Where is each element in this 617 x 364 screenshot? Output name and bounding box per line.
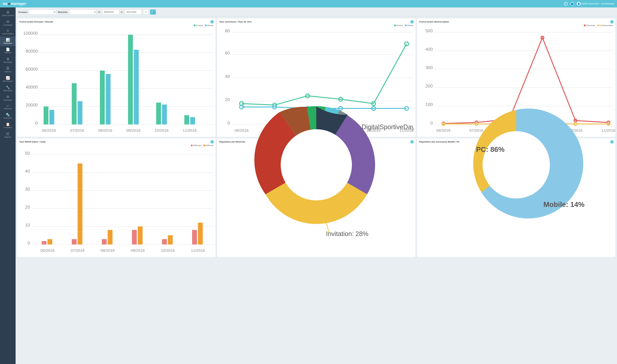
svg-text:09/2016: 09/2016 xyxy=(131,248,145,253)
charts-grid: Cumul emails Envoyés / Aboutis + Envoyés… xyxy=(16,17,617,259)
responsive-editor-icon: ☰ xyxy=(7,29,9,32)
legend-label-npai-hard: NPAI hard xyxy=(193,144,201,146)
bar-npaihard-5 xyxy=(192,230,197,245)
chart-plus-btn-1[interactable]: + xyxy=(210,20,214,24)
svg-text:0: 0 xyxy=(35,120,38,125)
bar-envoyes-1 xyxy=(72,83,77,124)
bar-aboutis-0 xyxy=(50,110,54,124)
parametres-icon: 🔩 xyxy=(6,113,10,117)
sidebar-item-magento[interactable]: 🛒 Magento xyxy=(0,130,16,140)
bar-npaisoft-2 xyxy=(107,230,112,245)
chart-legend-4: NPAI hard NPAI soft xyxy=(19,144,214,146)
help-icon[interactable]: ? xyxy=(564,2,568,6)
du-label: du xyxy=(98,11,100,13)
svg-text:07/2016: 07/2016 xyxy=(70,248,84,253)
sidebar-item-delivrabilite[interactable]: 🖥 Délivrabilité xyxy=(0,55,16,65)
svg-text:400: 400 xyxy=(425,47,433,52)
legend-envoyes: Envoyés xyxy=(194,24,203,26)
logo-text: wewmanager xyxy=(3,1,26,6)
sidebar-label-parametres: Paramètres xyxy=(3,117,12,119)
bar-envoyes-4 xyxy=(156,103,161,124)
bar-npaisoft-0 xyxy=(47,239,52,245)
svg-text:20: 20 xyxy=(25,205,30,209)
bar-aboutis-3 xyxy=(134,50,139,124)
chart-plus-btn-2[interactable]: + xyxy=(410,20,414,24)
legend-label-npai-soft: NPAI soft xyxy=(206,144,214,146)
svg-text:08/2016: 08/2016 xyxy=(101,248,115,253)
top-header: wewmanager ? 👥 👤 MARIE Gwendoline - Emai… xyxy=(0,0,617,7)
user-name: MARIE Gwendoline - EmailStrategie xyxy=(582,2,614,5)
svg-text:100000: 100000 xyxy=(23,31,38,36)
sidebar-label-magento: Magento xyxy=(5,136,11,138)
svg-text:09/2016: 09/2016 xyxy=(126,128,140,132)
date-to-input[interactable] xyxy=(125,10,142,14)
sidebar-item-tableau-de-bord[interactable]: ⊞ Tableau de Bord xyxy=(0,9,16,18)
svg-text:06/2016: 06/2016 xyxy=(42,128,56,132)
main-layout: ⊞ Tableau de Bord ✉ Campagnes ☰ responsi… xyxy=(0,7,617,364)
sidebar-item-facturation[interactable]: 📋 Facturation xyxy=(0,121,16,130)
legend-label-desinscrits: Désinscrits xyxy=(586,24,595,26)
sidebar-label-datamart: Datamart xyxy=(4,71,11,73)
donut-mobile-pc-container: PC: 86% Mobile: 14% xyxy=(419,144,613,185)
datamart-icon: 🗄 xyxy=(6,67,10,70)
chart-title-1: Cumul emails Envoyés / Aboutis xyxy=(19,21,214,23)
legend-ouverts: Ouverts xyxy=(394,24,403,26)
groupes-select[interactable] xyxy=(29,10,56,14)
label-invitation: Invitation: 28% xyxy=(326,230,368,237)
content-area: Groupes MotsClés du au ✕ 🔍 Cumul emails … xyxy=(16,7,617,364)
sidebar-label-responsive-editor: responsivEditor xyxy=(2,33,14,35)
chart-plus-btn-3[interactable]: + xyxy=(610,20,614,24)
sidebar: ⊞ Tableau de Bord ✉ Campagnes ☰ responsi… xyxy=(0,7,16,364)
motscles-select[interactable] xyxy=(69,10,96,14)
chart-title-4: Taux NPAIS (Hard + Soft) xyxy=(19,141,214,143)
facturation-icon: 📋 xyxy=(6,123,10,126)
bar-npaihard-3 xyxy=(132,230,137,245)
donut-mobile-pc-svg: PC: 86% Mobile: 14% xyxy=(419,81,613,249)
svg-text:30: 30 xyxy=(25,187,30,192)
legend-npai-hard: NPAI hard xyxy=(191,144,201,146)
legend-dot-npai-soft xyxy=(203,144,205,146)
statistiques-icon: 📊 xyxy=(6,38,10,42)
donut-hole xyxy=(281,129,352,200)
bar-npaisoft-5 xyxy=(198,223,203,245)
legend-label-pct-desinscription: % Désinscription xyxy=(599,24,613,26)
sidebar-item-campagnes[interactable]: ✉ Campagnes xyxy=(0,18,16,28)
donut-motscles-svg: DigitalSportiveDay: 28% Invitation: 28% xyxy=(219,81,413,249)
sidebar-item-automation[interactable]: ⚙ Automation xyxy=(0,93,16,103)
svg-text:40: 40 xyxy=(25,169,30,173)
bar-npaisoft-4 xyxy=(168,235,173,245)
chart-card-5: Répartition par MotsClés + xyxy=(217,139,416,257)
bar-aboutis-2 xyxy=(106,74,111,124)
sidebar-item-data-mining[interactable]: 🔧 Data Mining xyxy=(0,84,16,93)
svg-text:40000: 40000 xyxy=(26,85,38,89)
chart-legend-3: Désinscrits % Désinscription xyxy=(419,24,613,26)
sidebar-item-parametres[interactable]: 🔩 Paramètres xyxy=(0,111,16,121)
legend-dot-cliques xyxy=(405,25,407,26)
tableau-de-bord-icon: ⊞ xyxy=(6,11,9,14)
chart-legend-2: Ouverts Cliqués xyxy=(219,24,413,26)
bar-npaihard-2 xyxy=(102,239,107,245)
legend-pct-desinscription: % Désinscription xyxy=(597,24,613,26)
search-button[interactable]: 🔍 xyxy=(150,10,156,14)
logo: wewmanager xyxy=(3,1,26,6)
svg-text:0: 0 xyxy=(28,241,30,245)
bar-npaihard-4 xyxy=(162,239,167,245)
sidebar-item-edocmail[interactable]: 📄 Edocmail xyxy=(0,46,16,55)
legend-label-ouverts: Ouverts xyxy=(396,24,403,26)
chart-card-4: Taux NPAIS (Hard + Soft) + NPAI hard NPA… xyxy=(17,139,215,257)
bar-npaihard-0 xyxy=(42,241,47,245)
sidebar-item-integration[interactable]: </> Intégration xyxy=(0,103,16,111)
chart-plus-btn-4[interactable]: + xyxy=(210,140,214,143)
campagnes-icon: ✉ xyxy=(6,20,9,23)
clear-button[interactable]: ✕ xyxy=(143,10,148,14)
bar-chart-1-svg: 0 20000 40000 60000 80000 100000 xyxy=(19,27,214,134)
date-from-input[interactable] xyxy=(102,10,119,14)
sidebar-item-responsive-editor[interactable]: ☰ responsivEditor xyxy=(0,28,16,37)
users-icon[interactable]: 👥 xyxy=(570,2,574,6)
sidebar-item-statistiques[interactable]: 📊 Statistiques xyxy=(0,37,16,46)
sidebar-label-facturation: Facturation xyxy=(3,127,12,129)
edocmail-icon: 📄 xyxy=(6,48,10,51)
sidebar-item-data-analyse[interactable]: 📈 Data Analyse xyxy=(0,75,16,84)
sidebar-item-datamart[interactable]: 🗄 Datamart xyxy=(0,65,16,75)
svg-text:08/2016: 08/2016 xyxy=(98,128,112,132)
